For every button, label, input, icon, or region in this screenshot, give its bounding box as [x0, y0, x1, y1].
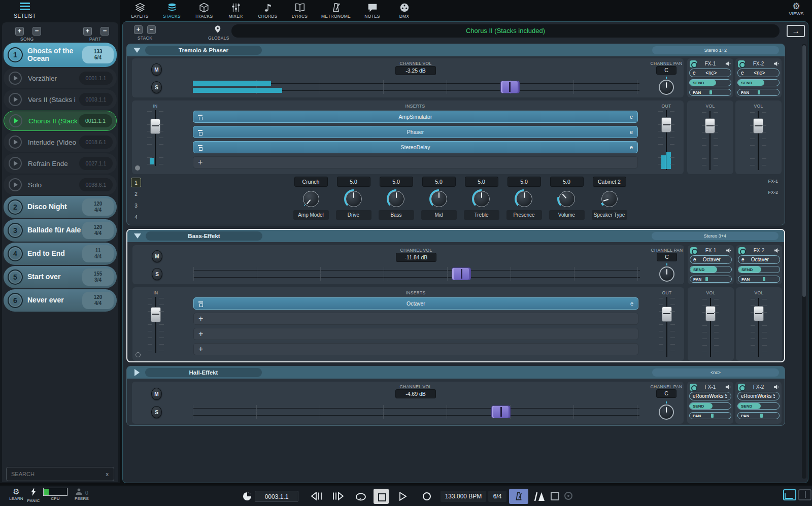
fx-listen-icon[interactable]	[774, 248, 780, 253]
part-row[interactable]: Vorzähler 0001.1.1	[4, 68, 117, 88]
tempo-display[interactable]: 133.000 BPM	[441, 491, 486, 502]
play-part-icon[interactable]	[9, 114, 22, 127]
next-marker-button[interactable]	[332, 492, 346, 500]
param-value[interactable]: Crunch	[294, 177, 328, 187]
insert-slot-empty[interactable]: +	[193, 343, 638, 355]
fx-pan-slider[interactable]: PAN	[689, 412, 731, 419]
tab-mixer[interactable]: MIXER	[220, 0, 252, 21]
mute-button[interactable]: M	[152, 250, 162, 262]
fx-plugin-select[interactable]: eOctaver	[738, 255, 780, 264]
play-part-icon[interactable]	[9, 136, 22, 149]
target-icon[interactable]	[564, 492, 572, 500]
mute-button[interactable]: M	[151, 63, 162, 76]
channel-pan-knob[interactable]	[659, 266, 674, 282]
transport-position[interactable]: 0003.1.1	[255, 491, 298, 502]
channel-pan-knob[interactable]	[659, 404, 674, 420]
prev-marker-button[interactable]	[311, 492, 324, 500]
volume-fader-handle[interactable]	[491, 406, 511, 418]
param-value[interactable]: 5.0	[422, 177, 456, 187]
fx-plugin-select[interactable]: eRoomWorks SE	[689, 392, 731, 400]
remove-song-button[interactable]: −	[32, 27, 41, 36]
song-row[interactable]: 6 Never ever 1204/4	[4, 289, 117, 312]
time-sig-display[interactable]: 6/4	[488, 491, 506, 502]
stack-name[interactable]: Bass-Effekt	[146, 231, 262, 241]
record-button[interactable]	[422, 492, 431, 501]
insert-select-1[interactable]: 1	[131, 178, 141, 187]
scrollbar[interactable]	[802, 44, 806, 479]
volume-fader-handle[interactable]	[500, 81, 520, 93]
insert-bypass-icon[interactable]	[198, 301, 203, 306]
stack-routing[interactable]: <nc>	[652, 368, 779, 377]
insert-slot-empty[interactable]: +	[193, 313, 638, 325]
fx-send-slider[interactable]: SEND	[689, 79, 731, 86]
fx-send-slider[interactable]: SEND	[689, 402, 731, 410]
collapse-icon[interactable]	[134, 233, 141, 239]
fx-plugin-select[interactable]: e<nc>	[689, 69, 731, 77]
param-value[interactable]: Cabinet 2	[593, 177, 626, 187]
remove-stack-button[interactable]: −	[147, 25, 156, 34]
play-button[interactable]	[399, 492, 407, 501]
stack-header[interactable]: Hall-Effekt <nc>	[127, 366, 785, 379]
mute-button[interactable]: M	[151, 388, 162, 400]
part-row[interactable]: Refrain Ende 0027.1.1	[4, 153, 117, 174]
volume-knob[interactable]	[557, 189, 577, 209]
precount-button[interactable]	[533, 492, 546, 501]
panic-button[interactable]: PANIC	[23, 488, 44, 503]
stack-name[interactable]: Tremolo & Phaser	[145, 46, 262, 55]
stack-header[interactable]: Bass-Effekt Stereo 3+4	[127, 230, 784, 242]
insert-bypass-icon[interactable]	[198, 115, 202, 119]
play-part-icon[interactable]	[9, 93, 22, 106]
tab-layers[interactable]: LAYERS	[124, 0, 156, 21]
insert-slot[interactable]: Octavere	[193, 297, 638, 310]
part-row[interactable]: Interlude (Video 0018.6.1	[4, 132, 117, 152]
tab-notes[interactable]: NOTES	[356, 0, 388, 21]
insert-bypass-icon[interactable]	[198, 145, 202, 150]
song-row[interactable]: 1 Ghosts of the Ocean 133 6/4	[4, 43, 117, 67]
fx1-vol-handle[interactable]	[705, 306, 716, 321]
stack-header[interactable]: Tremolo & Phaser Stereo 1+2	[127, 44, 785, 56]
mid-knob[interactable]	[429, 189, 449, 209]
output-fader-handle[interactable]	[661, 117, 671, 132]
layout-secondary-button[interactable]	[798, 489, 811, 500]
fx-plugin-select[interactable]: eOctaver	[690, 255, 732, 264]
drive-knob[interactable]	[344, 189, 363, 209]
insert-select-3[interactable]: 3	[131, 201, 141, 211]
insert-edit-button[interactable]: e	[630, 142, 633, 153]
output-fader-handle[interactable]	[662, 307, 672, 322]
expand-icon[interactable]	[134, 369, 140, 376]
param-value[interactable]: 5.0	[507, 177, 541, 187]
tab-chords[interactable]: CHORDS	[252, 0, 284, 21]
add-song-button[interactable]: +	[15, 27, 24, 36]
cycle-button[interactable]	[355, 492, 367, 501]
play-part-icon[interactable]	[9, 178, 22, 191]
fx1-vol-handle[interactable]	[705, 118, 715, 133]
tab-stacks[interactable]: STACKS	[156, 0, 188, 21]
presence-knob[interactable]	[515, 189, 534, 209]
fx-send-slider[interactable]: SEND	[738, 266, 780, 273]
song-row[interactable]: 4 End to End 114/4	[4, 243, 117, 265]
insert-slot-empty[interactable]: +	[193, 328, 638, 340]
fx-send-slider[interactable]: SEND	[690, 266, 732, 273]
record-dot[interactable]	[136, 352, 141, 357]
insert-select-2[interactable]: 2	[131, 189, 141, 199]
stack-card-hall-effekt[interactable]: Hall-Effekt <nc> M S CHANNEL VOL -4.69 d…	[126, 366, 785, 426]
channel-pan-value[interactable]: C	[656, 66, 676, 75]
param-value[interactable]: 5.0	[337, 177, 370, 187]
input-fader-handle[interactable]	[150, 119, 160, 134]
stack-card-tremolo-phaser[interactable]: Tremolo & Phaser Stereo 1+2 M S CHANNEL …	[126, 44, 785, 225]
metronome-toggle[interactable]	[509, 489, 528, 504]
record-dot[interactable]	[135, 165, 140, 171]
fx-listen-icon[interactable]	[773, 61, 779, 66]
collapse-icon[interactable]	[133, 48, 141, 53]
fx-listen-icon[interactable]	[726, 248, 731, 253]
scrollbar-thumb[interactable]	[802, 45, 806, 297]
insert-select-4[interactable]: 4	[131, 213, 141, 222]
insert-edit-button[interactable]: e	[630, 111, 633, 122]
insert-edit-button[interactable]: e	[630, 298, 633, 309]
clock-icon[interactable]	[243, 492, 252, 501]
add-stack-button[interactable]: +	[134, 25, 143, 34]
solo-button[interactable]: S	[151, 81, 162, 93]
input-fader-handle[interactable]	[151, 307, 161, 322]
fx2-vol-handle[interactable]	[754, 306, 764, 321]
song-row[interactable]: 3 Ballade für Aale 1204/4	[4, 219, 117, 242]
